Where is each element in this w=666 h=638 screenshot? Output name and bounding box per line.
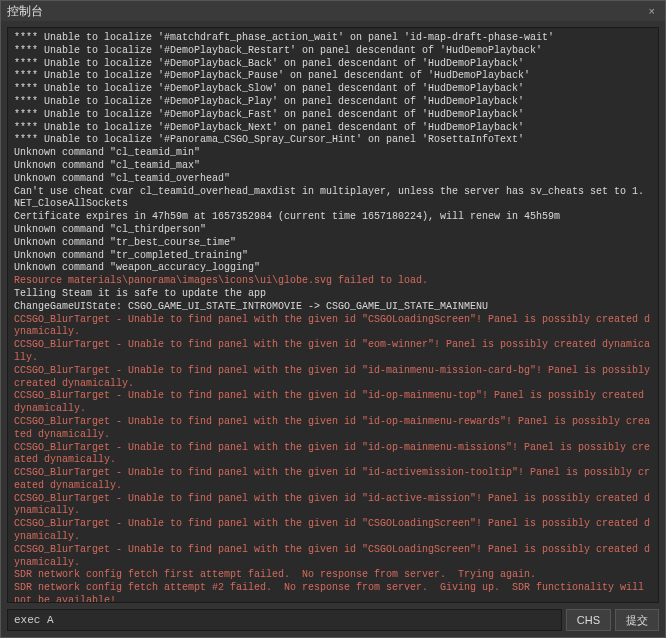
log-line: Unknown command "tr_completed_training" bbox=[14, 250, 652, 263]
chs-button[interactable]: CHS bbox=[566, 609, 611, 631]
log-line: CCSGO_BlurTarget - Unable to find panel … bbox=[14, 390, 652, 416]
log-line: CCSGO_BlurTarget - Unable to find panel … bbox=[14, 518, 652, 544]
log-line: **** Unable to localize '#Panorama_CSGO_… bbox=[14, 134, 652, 147]
titlebar[interactable]: 控制台 × bbox=[1, 1, 665, 21]
console-window: 控制台 × **** Unable to localize '#matchdra… bbox=[0, 0, 666, 638]
log-line: Can't use cheat cvar cl_teamid_overhead_… bbox=[14, 186, 652, 199]
log-line: CCSGO_BlurTarget - Unable to find panel … bbox=[14, 416, 652, 442]
command-input[interactable] bbox=[7, 609, 562, 631]
console-output[interactable]: **** Unable to localize '#matchdraft_pha… bbox=[7, 27, 659, 603]
log-line: Unknown command "cl_teamid_max" bbox=[14, 160, 652, 173]
log-line: **** Unable to localize '#DemoPlayback_F… bbox=[14, 109, 652, 122]
log-line: Unknown command "cl_teamid_overhead" bbox=[14, 173, 652, 186]
log-line: **** Unable to localize '#DemoPlayback_B… bbox=[14, 58, 652, 71]
log-line: SDR network config fetch attempt #2 fail… bbox=[14, 582, 652, 603]
log-line: CCSGO_BlurTarget - Unable to find panel … bbox=[14, 314, 652, 340]
console-footer: CHS 提交 bbox=[1, 609, 665, 637]
log-line: Unknown command "cl_thirdperson" bbox=[14, 224, 652, 237]
log-line: CCSGO_BlurTarget - Unable to find panel … bbox=[14, 493, 652, 519]
log-line: CCSGO_BlurTarget - Unable to find panel … bbox=[14, 544, 652, 570]
submit-button[interactable]: 提交 bbox=[615, 609, 659, 631]
log-line: Resource materials\panorama\images\icons… bbox=[14, 275, 652, 288]
log-line: Certificate expires in 47h59m at 1657352… bbox=[14, 211, 652, 224]
log-line: CCSGO_BlurTarget - Unable to find panel … bbox=[14, 365, 652, 391]
window-title: 控制台 bbox=[7, 3, 43, 20]
log-line: Telling Steam it is safe to update the a… bbox=[14, 288, 652, 301]
log-line: **** Unable to localize '#DemoPlayback_N… bbox=[14, 122, 652, 135]
log-line: **** Unable to localize '#matchdraft_pha… bbox=[14, 32, 652, 45]
log-line: Unknown command "cl_teamid_min" bbox=[14, 147, 652, 160]
log-line: **** Unable to localize '#DemoPlayback_P… bbox=[14, 70, 652, 83]
close-icon[interactable]: × bbox=[645, 5, 659, 17]
log-line: **** Unable to localize '#DemoPlayback_S… bbox=[14, 83, 652, 96]
log-line: **** Unable to localize '#DemoPlayback_P… bbox=[14, 96, 652, 109]
log-line: ChangeGameUIState: CSGO_GAME_UI_STATE_IN… bbox=[14, 301, 652, 314]
log-line: NET_CloseAllSockets bbox=[14, 198, 652, 211]
log-line: SDR network config fetch first attempt f… bbox=[14, 569, 652, 582]
log-line: CCSGO_BlurTarget - Unable to find panel … bbox=[14, 442, 652, 468]
log-line: **** Unable to localize '#DemoPlayback_R… bbox=[14, 45, 652, 58]
log-line: CCSGO_BlurTarget - Unable to find panel … bbox=[14, 339, 652, 365]
log-line: Unknown command "tr_best_course_time" bbox=[14, 237, 652, 250]
log-line: CCSGO_BlurTarget - Unable to find panel … bbox=[14, 467, 652, 493]
log-line: Unknown command "weapon_accuracy_logging… bbox=[14, 262, 652, 275]
